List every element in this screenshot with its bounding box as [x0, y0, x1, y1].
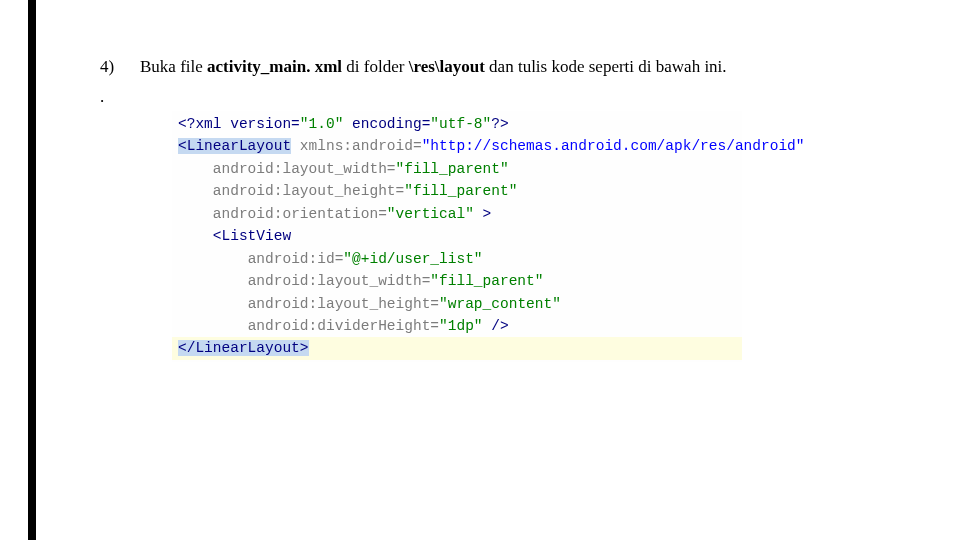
code-line-6: <ListView: [172, 225, 742, 247]
val-height: "fill_parent": [404, 183, 517, 199]
left-accent-bar: [28, 0, 36, 540]
xml-version-val: "1.0": [300, 116, 344, 132]
xml-decl-close: ?>: [491, 116, 508, 132]
code-line-5: android:orientation="vertical" >: [172, 203, 742, 225]
listview-end: />: [483, 318, 509, 334]
instr-path: \res\layout: [409, 57, 485, 76]
code-line-8: android:layout_width="fill_parent": [172, 270, 742, 292]
slide-content: 4)Buka file activity_main. xml di folder…: [100, 55, 920, 362]
instruction-line: 4)Buka file activity_main. xml di folder…: [100, 55, 920, 79]
xmlns-attr: xmlns:android=: [291, 138, 422, 154]
attr-width: android:layout_width=: [213, 161, 396, 177]
code-line-11: </LinearLayout>: [172, 337, 742, 359]
listview-open: <ListView: [213, 228, 291, 244]
val-width: "fill_parent": [396, 161, 509, 177]
attr-id: android:id=: [248, 251, 344, 267]
xml-enc-val: "utf-8": [430, 116, 491, 132]
attr-lv-width: android:layout_width=: [248, 273, 431, 289]
bullet-dot: .: [100, 87, 920, 107]
instr-post: dan tulis kode seperti di bawah ini.: [485, 57, 727, 76]
code-line-7: android:id="@+id/user_list": [172, 248, 742, 270]
attr-lv-height: android:layout_height=: [248, 296, 439, 312]
code-line-1: <?xml version="1.0" encoding="utf-8"?>: [172, 113, 742, 135]
val-id: "@+id/user_list": [343, 251, 482, 267]
xmlns-val: "http://schemas.android.com/apk/res/andr…: [422, 138, 805, 154]
attr-divider: android:dividerHeight=: [248, 318, 439, 334]
code-line-3: android:layout_width="fill_parent": [172, 158, 742, 180]
code-block: <?xml version="1.0" encoding="utf-8"?> <…: [172, 111, 742, 362]
linearlayout-close: </LinearLayout>: [178, 340, 309, 356]
code-line-10: android:dividerHeight="1dp" />: [172, 315, 742, 337]
val-lv-width: "fill_parent": [430, 273, 543, 289]
instr-pre: Buka file: [140, 57, 207, 76]
linearlayout-open: <LinearLayout: [178, 138, 291, 154]
xml-decl-open: <?xml version=: [178, 116, 300, 132]
val-orient: "vertical": [387, 206, 474, 222]
code-line-4: android:layout_height="fill_parent": [172, 180, 742, 202]
instr-file: activity_main. xml: [207, 57, 342, 76]
list-number: 4): [100, 55, 140, 79]
xml-enc-attr: encoding=: [343, 116, 430, 132]
instr-mid: di folder: [342, 57, 409, 76]
tag-close-gt: >: [474, 206, 491, 222]
val-lv-height: "wrap_content": [439, 296, 561, 312]
attr-height: android:layout_height=: [213, 183, 404, 199]
attr-orient: android:orientation=: [213, 206, 387, 222]
code-line-9: android:layout_height="wrap_content": [172, 293, 742, 315]
val-divider: "1dp": [439, 318, 483, 334]
code-line-2: <LinearLayout xmlns:android="http://sche…: [172, 135, 742, 157]
